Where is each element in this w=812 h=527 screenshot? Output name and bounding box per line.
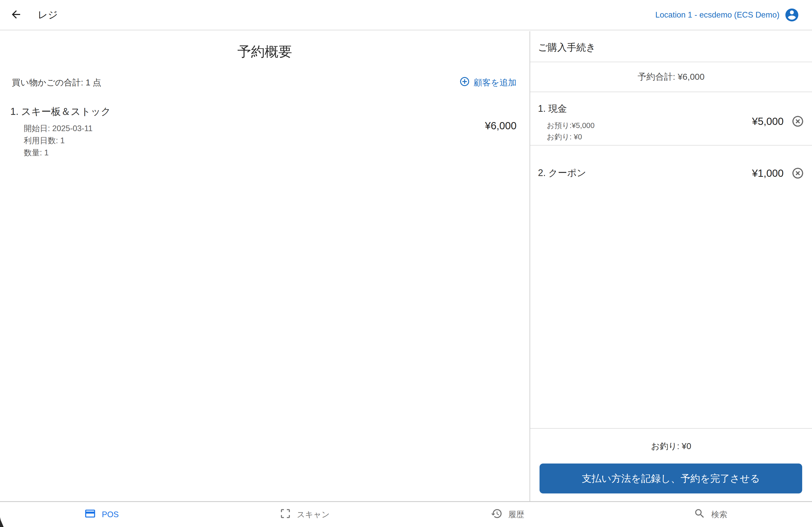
remove-payment-icon [791, 177, 804, 180]
change-total-label: お釣り: ¥0 [530, 440, 812, 452]
checkout-title: ご購入手続き [530, 31, 812, 62]
payment-row-cash: 1.現金 お預り:¥5,000 お釣り: ¥0 ¥5,000 [530, 92, 812, 146]
nav-tab-history[interactable]: 履歴 [406, 502, 609, 527]
search-icon [694, 508, 706, 522]
complete-reservation-button[interactable]: 支払い方法を記録し、予約を完了させる [539, 464, 802, 494]
cart-item-usage-days: 利用日数: 1 [24, 134, 111, 147]
summary-title: 予約概要 [0, 43, 530, 61]
remove-payment-button[interactable] [791, 115, 804, 128]
payment-name: 2.クーポン [538, 167, 586, 179]
nav-tab-scan[interactable]: スキャン [203, 502, 406, 527]
bottom-navigation: POS スキャン 履歴 検索 [0, 501, 812, 527]
history-icon [491, 508, 503, 522]
back-button[interactable] [9, 8, 23, 22]
add-customer-button[interactable]: 顧客を追加 [459, 76, 517, 89]
payment-details: お預り:¥5,000 お釣り: ¥0 [547, 120, 595, 142]
pos-card-icon [84, 508, 96, 522]
back-arrow-icon [10, 17, 22, 21]
payment-method: 現金 [548, 103, 567, 114]
cart-item-price: ¥6,000 [485, 120, 517, 159]
reservation-total-label: 予約合計: ¥6,000 [530, 62, 812, 92]
cart-item-row: 1.スキー板＆ストック 開始日: 2025-03-11 利用日数: 1 数量: … [10, 105, 517, 159]
nav-tab-label: 検索 [711, 509, 727, 520]
cart-item-name: スキー板＆ストック [21, 106, 111, 117]
payment-method: クーポン [548, 167, 586, 178]
cart-item-quantity: 数量: 1 [24, 147, 111, 159]
cart-item-details: 開始日: 2025-03-11 利用日数: 1 数量: 1 [24, 122, 111, 159]
remove-payment-icon [791, 125, 804, 129]
payment-index: 2. [538, 167, 546, 178]
cart-item-start-date: 開始日: 2025-03-11 [24, 122, 111, 134]
payment-info: 1.現金 お預り:¥5,000 お釣り: ¥0 [538, 103, 595, 145]
remove-payment-button[interactable] [791, 167, 804, 180]
top-bar: レジ Location 1 - ecsdemo (ECS Demo) [0, 0, 812, 30]
cart-item-index: 1. [10, 106, 19, 117]
reservation-summary-panel: 予約概要 買い物かごの合計: 1 点 顧客を追加 1.スキー板＆ストック 開始日… [0, 31, 530, 501]
add-customer-label: 顧客を追加 [474, 77, 517, 89]
nav-tab-label: スキャン [297, 509, 330, 520]
cart-total-label: 買い物かごの合計: 1 点 [12, 77, 101, 89]
payment-name: 1.現金 [538, 103, 595, 115]
payment-amount-value: ¥5,000 [752, 116, 784, 127]
cart-item-info: 1.スキー板＆ストック 開始日: 2025-03-11 利用日数: 1 数量: … [10, 105, 111, 159]
location-link[interactable]: Location 1 - ecsdemo (ECS Demo) [655, 10, 780, 20]
nav-tab-pos[interactable]: POS [0, 502, 203, 527]
payment-amount: ¥5,000 [752, 115, 804, 128]
payment-amount-value: ¥1,000 [752, 167, 784, 179]
payment-index: 1. [538, 103, 546, 114]
payment-change: お釣り: ¥0 [547, 131, 595, 142]
checkout-footer: お釣り: ¥0 支払い方法を記録し、予約を完了させる [530, 428, 812, 501]
payment-row-coupon: 2.クーポン ¥1,000 [530, 146, 812, 190]
nav-tab-label: 履歴 [508, 509, 524, 520]
scan-icon [279, 508, 291, 522]
add-circle-icon [459, 76, 470, 89]
payment-tendered: お預り:¥5,000 [547, 120, 595, 131]
account-circle-icon[interactable] [784, 7, 800, 23]
payment-info: 2.クーポン [538, 167, 586, 190]
nav-tab-search[interactable]: 検索 [609, 502, 812, 527]
cart-item-title: 1.スキー板＆ストック [10, 105, 111, 118]
payment-amount: ¥1,000 [752, 167, 804, 180]
checkout-panel: ご購入手続き 予約合計: ¥6,000 1.現金 お預り:¥5,000 お釣り:… [530, 31, 812, 501]
topbar-right: Location 1 - ecsdemo (ECS Demo) [655, 7, 800, 23]
nav-tab-label: POS [102, 510, 118, 519]
page-title: レジ [38, 8, 58, 21]
